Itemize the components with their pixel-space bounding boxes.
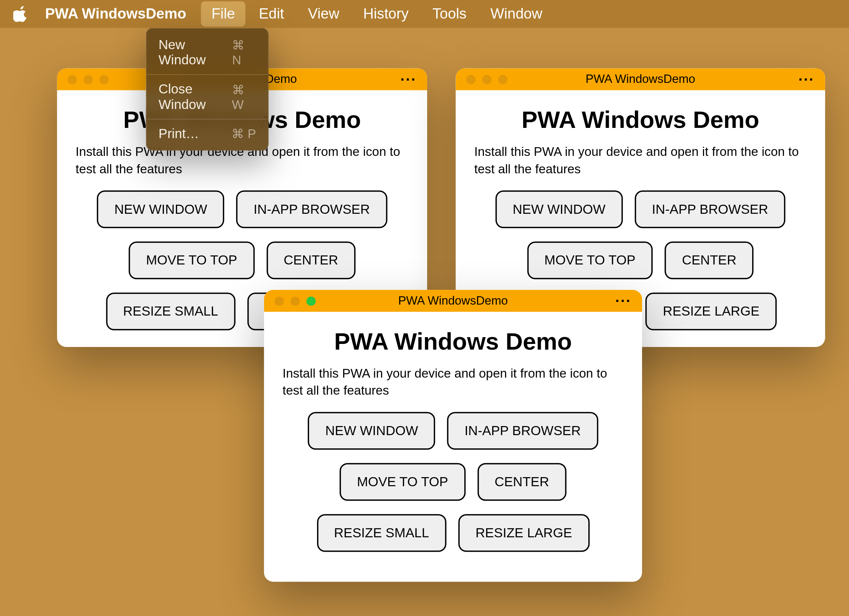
minimize-icon[interactable] — [482, 75, 492, 84]
move-to-top-button[interactable]: MOVE TO TOP — [340, 463, 465, 501]
traffic-lights — [68, 75, 109, 84]
traffic-lights — [466, 75, 507, 84]
menu-item-label: Close Window — [159, 82, 232, 112]
menu-item-shortcut: ⌘ W — [232, 82, 256, 112]
resize-large-button[interactable]: RESIZE LARGE — [458, 514, 589, 552]
menu-tools[interactable]: Tools — [422, 2, 477, 27]
menu-item-shortcut: ⌘ P — [232, 126, 256, 141]
move-to-top-button[interactable]: MOVE TO TOP — [527, 242, 653, 280]
center-button[interactable]: CENTER — [665, 242, 754, 280]
page-description: Install this PWA in your device and open… — [474, 143, 806, 177]
window-title: PWA WindowsDemo — [586, 72, 695, 86]
page-title: PWA Windows Demo — [474, 106, 806, 134]
maximize-icon[interactable] — [498, 75, 508, 84]
more-icon[interactable]: ··· — [798, 76, 815, 83]
menu-new-window[interactable]: New Window ⌘ N — [146, 33, 268, 72]
close-icon[interactable] — [466, 75, 476, 84]
center-button[interactable]: CENTER — [266, 242, 355, 280]
new-window-button[interactable]: NEW WINDOW — [308, 412, 435, 450]
menu-window[interactable]: Window — [480, 2, 553, 27]
menu-item-label: New Window — [159, 37, 232, 68]
move-to-top-button[interactable]: MOVE TO TOP — [129, 242, 254, 280]
menu-edit[interactable]: Edit — [248, 2, 295, 27]
center-button[interactable]: CENTER — [477, 463, 566, 501]
maximize-icon[interactable] — [306, 296, 316, 306]
window-title: PWA WindowsDemo — [398, 294, 508, 308]
menubar: PWA WindowsDemo File Edit View History T… — [0, 0, 849, 28]
app-window-front: PWA WindowsDemo ··· PWA Windows Demo Ins… — [264, 290, 642, 582]
button-group: NEW WINDOW IN-APP BROWSER MOVE TO TOP CE… — [283, 412, 624, 552]
file-menu-dropdown: New Window ⌘ N Close Window ⌘ W Print… ⌘… — [146, 28, 269, 151]
menu-close-window[interactable]: Close Window ⌘ W — [146, 77, 268, 117]
titlebar[interactable]: PWA WindowsDemo ··· — [456, 68, 825, 90]
resize-small-button[interactable]: RESIZE SMALL — [317, 514, 446, 552]
more-icon[interactable]: ··· — [615, 297, 631, 304]
menu-separator — [146, 119, 268, 120]
new-window-button[interactable]: NEW WINDOW — [97, 191, 225, 229]
menu-item-label: Print… — [159, 126, 199, 141]
page-title: PWA Windows Demo — [283, 328, 624, 356]
close-icon[interactable] — [68, 75, 77, 84]
menu-app-name[interactable]: PWA WindowsDemo — [45, 5, 186, 23]
minimize-icon[interactable] — [291, 296, 300, 306]
in-app-browser-button[interactable]: IN-APP BROWSER — [635, 191, 785, 229]
menu-item-shortcut: ⌘ N — [232, 37, 256, 67]
titlebar[interactable]: PWA WindowsDemo ··· — [264, 290, 642, 312]
minimize-icon[interactable] — [84, 75, 93, 84]
resize-small-button[interactable]: RESIZE SMALL — [106, 293, 236, 331]
traffic-lights — [275, 296, 316, 306]
menu-view[interactable]: View — [297, 2, 350, 27]
new-window-button[interactable]: NEW WINDOW — [495, 191, 623, 229]
apple-icon[interactable] — [13, 6, 28, 22]
resize-large-button[interactable]: RESIZE LARGE — [645, 293, 776, 331]
close-icon[interactable] — [275, 296, 284, 306]
menu-print[interactable]: Print… ⌘ P — [146, 121, 268, 146]
menu-separator — [146, 74, 268, 75]
in-app-browser-button[interactable]: IN-APP BROWSER — [447, 412, 598, 450]
in-app-browser-button[interactable]: IN-APP BROWSER — [236, 191, 387, 229]
more-icon[interactable]: ··· — [400, 76, 417, 83]
maximize-icon[interactable] — [100, 75, 109, 84]
menu-file[interactable]: File — [201, 2, 246, 27]
menu-history[interactable]: History — [353, 2, 419, 27]
page-description: Install this PWA in your device and open… — [283, 365, 624, 399]
window-body: PWA Windows Demo Install this PWA in you… — [264, 312, 642, 564]
